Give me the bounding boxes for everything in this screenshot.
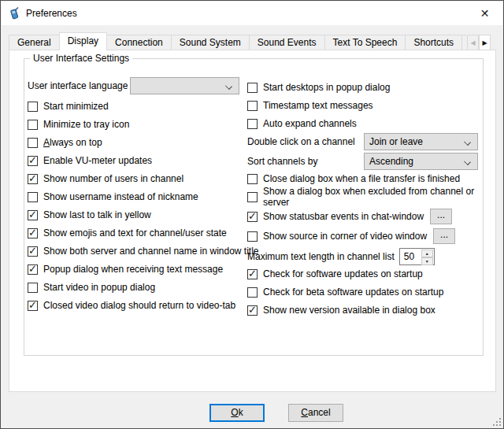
statusbar-events-row[interactable]: Show statusbar events in chat-window ...: [247, 209, 452, 224]
checkbox-label: Show a dialog box when excluded from cha…: [263, 186, 495, 208]
video-source-row[interactable]: Show source in corner of video window ..…: [247, 228, 455, 244]
checkbox-label: Show source in corner of video window: [263, 231, 427, 242]
tab-general[interactable]: General: [9, 35, 60, 50]
tab-bar: General Display Connection Sound System …: [9, 32, 466, 50]
checkbox-row[interactable]: Always on top: [28, 135, 102, 150]
checkbox[interactable]: [28, 283, 38, 293]
checkbox[interactable]: [247, 212, 258, 222]
tab-connection[interactable]: Connection: [106, 35, 172, 50]
checkbox[interactable]: [247, 287, 258, 298]
checkbox-row[interactable]: Show last to talk in yellow: [28, 208, 151, 222]
tab-shortcuts[interactable]: Shortcuts: [405, 35, 462, 50]
language-row: User interface language: [28, 77, 239, 94]
checkbox-row[interactable]: Start video in popup dialog: [28, 280, 155, 294]
tab-scroll-right-icon[interactable]: ▶: [479, 35, 491, 50]
checkbox-label: Show emojis and text for channel/user st…: [43, 227, 227, 239]
checkbox-row[interactable]: Show new version available in dialog box: [247, 303, 435, 317]
checkbox[interactable]: [28, 102, 38, 112]
checkbox[interactable]: [247, 83, 258, 93]
checkbox[interactable]: [247, 174, 258, 184]
max-text-length-row: Maximum text length in channel list 50 ▲…: [247, 248, 435, 265]
tab-video[interactable]: Video: [461, 35, 466, 50]
tab-sound-system[interactable]: Sound System: [171, 35, 250, 50]
checkbox[interactable]: [28, 210, 38, 220]
checkbox-label: Start desktops in popup dialog: [263, 82, 390, 93]
checkbox-label: Start minimized: [43, 101, 109, 112]
spin-down-icon[interactable]: ▼: [421, 257, 433, 265]
checkbox[interactable]: [28, 174, 38, 184]
checkbox-label: Show new version available in dialog box: [263, 305, 435, 316]
sort-channels-label: Sort channels by: [247, 156, 364, 167]
checkbox-row[interactable]: Check for software updates on startup: [247, 267, 423, 281]
checkbox[interactable]: [28, 246, 38, 257]
checkbox-row[interactable]: Timestamp text messages: [247, 98, 373, 113]
checkbox[interactable]: [247, 101, 258, 111]
checkbox[interactable]: [28, 120, 38, 130]
sort-channels-value: Ascending: [369, 156, 413, 167]
double-click-label: Double click on a channel: [247, 136, 364, 147]
tab-display[interactable]: Display: [59, 32, 107, 50]
checkbox-row[interactable]: Show a dialog box when excluded from cha…: [247, 190, 495, 204]
checkbox-row[interactable]: Show emojis and text for channel/user st…: [28, 226, 227, 240]
checkbox-label: Minimize to tray icon: [43, 119, 129, 130]
checkbox-label: Closed video dialog should return to vid…: [43, 300, 235, 311]
tab-sound-events[interactable]: Sound Events: [249, 35, 325, 50]
spin-up-icon[interactable]: ▲: [421, 250, 433, 257]
tab-text-to-speech[interactable]: Text To Speech: [324, 35, 406, 50]
checkbox-row[interactable]: Show username instead of nickname: [28, 190, 198, 204]
sort-channels-row: Sort channels by Ascending: [247, 153, 478, 170]
checkbox-row[interactable]: Show number of users in channel: [28, 172, 183, 186]
checkbox-row[interactable]: Minimize to tray icon: [28, 117, 129, 131]
checkbox-row[interactable]: Start minimized: [28, 99, 109, 113]
checkbox-label: Close dialog box when a file transfer is…: [263, 173, 460, 184]
display-tab-pane: User Interface Settings User interface l…: [9, 50, 496, 392]
spin-buttons: ▲ ▼: [421, 250, 433, 264]
checkbox-label: Enable VU-meter updates: [43, 155, 152, 166]
checkbox[interactable]: [247, 231, 258, 242]
double-click-value: Join or leave: [369, 136, 423, 147]
checkbox[interactable]: [247, 192, 258, 202]
close-icon[interactable]: ✕: [467, 2, 502, 25]
double-click-combobox[interactable]: Join or leave: [364, 133, 478, 150]
checkbox-label: Auto expand channels: [263, 118, 357, 129]
language-combobox[interactable]: [130, 77, 239, 94]
checkbox[interactable]: [247, 119, 258, 129]
checkbox[interactable]: [247, 269, 258, 279]
checkbox[interactable]: [28, 301, 38, 311]
checkbox[interactable]: [28, 138, 38, 148]
language-label: User interface language: [28, 80, 130, 91]
max-text-length-value: 50: [404, 251, 414, 262]
checkbox-row[interactable]: Close dialog box when a file transfer is…: [247, 172, 460, 186]
checkbox[interactable]: [247, 305, 258, 316]
checkbox-label: Popup dialog when receiving text message: [43, 264, 223, 275]
checkbox-row[interactable]: Enable VU-meter updates: [28, 153, 152, 168]
chevron-down-icon: [464, 158, 471, 165]
statusbar-events-browse-button[interactable]: ...: [430, 209, 452, 224]
video-source-browse-button[interactable]: ...: [433, 228, 455, 244]
checkbox-row[interactable]: Start desktops in popup dialog: [247, 80, 390, 94]
checkbox-label: Show statusbar events in chat-window: [263, 211, 424, 222]
checkbox-row[interactable]: Check for beta software updates on start…: [247, 285, 443, 299]
resize-grip-icon[interactable]: [492, 417, 501, 426]
cancel-button[interactable]: Cancel: [288, 404, 343, 422]
max-text-length-label: Maximum text length in channel list: [247, 251, 395, 262]
group-title: User Interface Settings: [30, 53, 132, 64]
checkbox-row[interactable]: Show both server and channel name in win…: [28, 244, 259, 258]
checkbox-label: Start video in popup dialog: [43, 282, 155, 293]
tab-scroll-left-icon[interactable]: ◀: [467, 35, 479, 50]
sort-channels-combobox[interactable]: Ascending: [364, 153, 478, 170]
max-text-length-spinner[interactable]: 50 ▲ ▼: [399, 248, 435, 265]
checkbox[interactable]: [28, 228, 38, 239]
checkbox[interactable]: [28, 156, 38, 166]
checkbox-row[interactable]: Closed video dialog should return to vid…: [28, 298, 235, 313]
checkbox-label: Show username instead of nickname: [43, 191, 198, 202]
titlebar: Preferences ✕: [2, 2, 502, 25]
ok-button[interactable]: Ok: [209, 404, 265, 422]
checkbox-label: Timestamp text messages: [263, 100, 373, 111]
checkbox-label: Show both server and channel name in win…: [43, 246, 259, 257]
checkbox-row[interactable]: Popup dialog when receiving text message: [28, 262, 223, 276]
checkbox[interactable]: [28, 192, 38, 202]
chevron-down-icon: [225, 83, 232, 90]
checkbox[interactable]: [28, 264, 38, 275]
checkbox-row[interactable]: Auto expand channels: [247, 116, 357, 131]
